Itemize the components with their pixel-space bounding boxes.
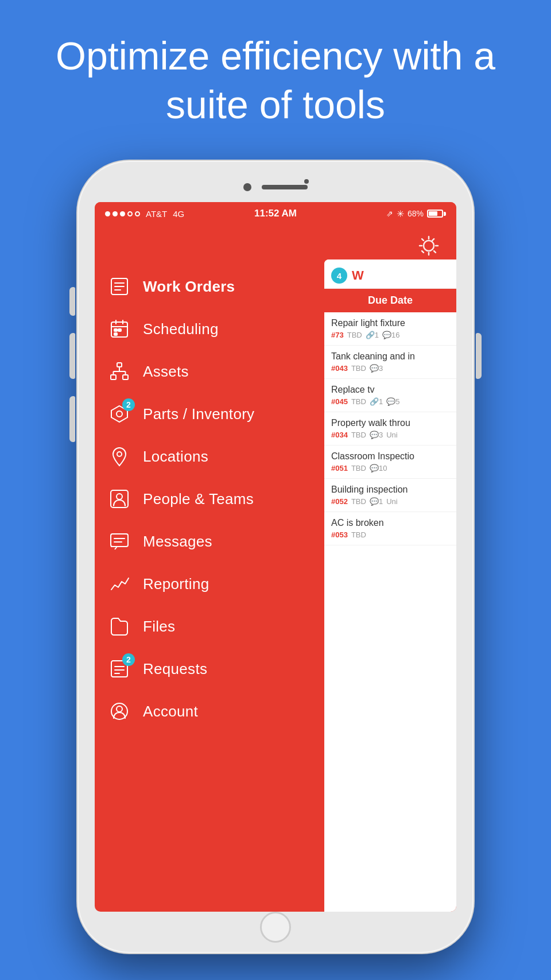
wo-attach: 🔗1 [370,397,383,406]
sidebar-item-messages[interactable]: Messages [95,520,330,563]
volume-up-button [69,333,75,379]
locations-label: Locations [143,448,208,466]
wo-comments: 💬10 [370,464,387,472]
status-time: 11:52 AM [219,208,332,219]
phone-mockup: AT&T 4G 11:52 AM ⇗ ✳ 68% [77,161,474,953]
svg-point-19 [117,411,122,417]
wo-id: #052 [331,497,348,506]
carrier-name: AT&T [146,209,167,219]
wo-title: Tank cleaning and in [331,351,449,362]
panel-badge: 4 [331,268,347,284]
account-label: Account [143,703,198,721]
wo-title: Repair light fixture [331,318,449,328]
sidebar-item-account[interactable]: Account [95,690,330,733]
wo-comments: 💬3 [370,364,383,373]
wo-due: TBD [351,497,366,506]
status-left: AT&T 4G [105,209,219,219]
work-order-item[interactable]: AC is broken #053 TBD [324,512,456,545]
wo-meta: #73 TBD 🔗1 💬16 [331,331,449,339]
panel-header: 4 W [324,259,456,289]
svg-rect-11 [114,333,117,335]
scheduling-label: Scheduling [143,320,219,338]
files-icon [106,613,133,640]
work-order-item[interactable]: Repair light fixture #73 TBD 🔗1 💬16 [324,312,456,346]
panel-title: W [352,268,364,283]
wo-due: TBD [351,530,366,539]
requests-label: Requests [143,660,207,678]
people-icon [106,486,133,512]
panel-subheader: Due Date [324,289,456,312]
speaker [262,185,308,189]
wo-meta: #043 TBD 💬3 [331,364,449,373]
wo-meta: #034 TBD 💬3 Uni [331,431,449,439]
sidebar-item-reporting[interactable]: Reporting [95,563,330,605]
messages-icon [106,528,133,555]
wo-title: Building inspection [331,485,449,495]
reporting-icon [106,571,133,597]
svg-rect-23 [111,534,128,547]
wo-due: TBD [351,464,366,472]
power-button [476,333,482,379]
work-order-item[interactable]: Replace tv #045 TBD 🔗1 💬5 [324,379,456,412]
battery-percent: 68% [408,209,424,218]
svg-rect-14 [123,375,128,379]
requests-icon: 2 [106,656,133,682]
sidebar-item-parts-inventory[interactable]: 2 Parts / Inventory [95,393,330,435]
wo-extra: Uni [386,431,398,439]
files-label: Files [143,618,175,636]
bluetooth-icon: ✳ [397,208,404,219]
work-orders-label: Work Orders [143,278,235,296]
wo-title: AC is broken [331,518,449,528]
wo-title: Property walk throu [331,418,449,428]
parts-icon: 2 [106,401,133,427]
sidebar-item-requests[interactable]: 2 Requests [95,648,330,690]
parts-badge: 2 [122,398,135,411]
network-type: 4G [173,209,184,219]
menu-list: Work Orders Scheduling [95,265,330,912]
front-camera [243,183,251,191]
wo-meta: #051 TBD 💬10 [331,464,449,472]
svg-rect-9 [114,329,117,331]
sidebar-item-scheduling[interactable]: Scheduling [95,308,330,350]
svg-rect-13 [111,375,116,379]
wo-meta: #052 TBD 💬1 Uni [331,497,449,506]
work-orders-panel: 4 W Due Date Repair light fixture #73 TB… [324,259,456,912]
parts-label: Parts / Inventory [143,405,254,423]
work-order-item[interactable]: Tank cleaning and in #043 TBD 💬3 [324,346,456,379]
wo-due: TBD [351,431,366,439]
sidebar-item-assets[interactable]: Assets [95,350,330,393]
wo-id: #053 [331,530,348,539]
signal-1 [105,211,110,216]
wo-attach: 🔗1 [366,331,379,339]
wo-due: TBD [347,331,362,339]
sidebar-item-work-orders[interactable]: Work Orders [95,265,330,308]
location-icon: ⇗ [386,209,393,218]
sensor [304,179,309,184]
wo-title: Replace tv [331,385,449,395]
work-order-item[interactable]: Classroom Inspectio #051 TBD 💬10 [324,446,456,479]
locations-icon [106,443,133,470]
home-button[interactable] [260,912,291,943]
wo-comments: 💬1 [370,497,383,506]
account-icon [106,698,133,725]
wo-id: #051 [331,464,348,472]
work-order-item[interactable]: Building inspection #052 TBD 💬1 Uni [324,479,456,512]
status-right: ⇗ ✳ 68% [332,208,446,219]
wo-id: #034 [331,431,348,439]
wo-id: #045 [331,397,348,406]
wo-comments: 💬3 [370,431,383,439]
phone-top-bar [77,172,474,202]
svg-point-20 [117,452,122,456]
sidebar-item-locations[interactable]: Locations [95,435,330,478]
wo-extra: Uni [386,497,398,506]
people-label: People & Teams [143,490,254,508]
signal-5 [135,211,140,216]
work-order-item[interactable]: Property walk throu #034 TBD 💬3 Uni [324,412,456,446]
settings-button[interactable] [414,231,444,263]
wo-meta: #045 TBD 🔗1 💬5 [331,397,449,406]
wo-title: Classroom Inspectio [331,451,449,462]
svg-rect-12 [117,363,122,367]
sidebar-item-people-teams[interactable]: People & Teams [95,478,330,520]
volume-down-button [69,396,75,442]
sidebar-item-files[interactable]: Files [95,605,330,648]
